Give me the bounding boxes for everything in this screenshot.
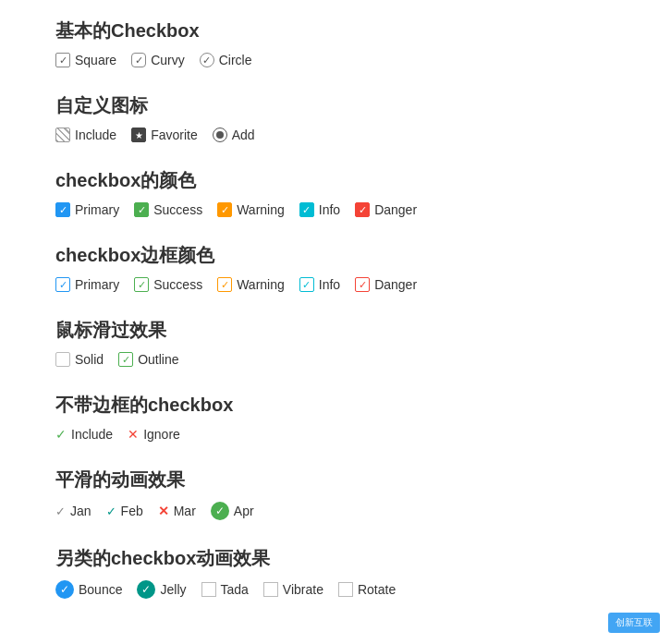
row-checkbox-color: ✓ Primary ✓ Success ✓ Warning ✓ Info ✓ D…: [55, 202, 616, 217]
cb-label-outline: Outline: [138, 352, 178, 367]
row-border-color: ✓ Primary ✓ Success ✓ Warning ✓ Info ✓ D…: [55, 277, 616, 292]
watermark: 创新互联: [608, 613, 660, 633]
title-other-animation: 另类的checkbox动画效果: [55, 546, 616, 571]
cb-nobox-ignore[interactable]: ✕ Ignore: [128, 427, 180, 442]
cb-warning[interactable]: ✓ Warning: [217, 202, 285, 217]
jan-check-icon: ✓: [55, 504, 66, 518]
jelly-circle-icon: ✓: [137, 580, 155, 599]
cb-label-jan: Jan: [70, 504, 92, 518]
cb-box-circle: ✓: [200, 53, 214, 67]
vibrate-empty-box: [263, 582, 278, 597]
radio-inner-dot: [216, 131, 224, 139]
cb-box-border-danger: ✓: [355, 277, 370, 292]
title-custom-icon: 自定义图标: [55, 93, 616, 118]
section-smooth-animation: 平滑的动画效果 ✓ Jan ✓ Feb ✕ Mar ✓ Apr: [55, 468, 616, 520]
cb-label-circle: Circle: [219, 53, 252, 67]
cb-primary[interactable]: ✓ Primary: [55, 202, 119, 217]
cb-label-curvy: Curvy: [151, 53, 185, 67]
row-basic-checkbox: ✓ Square ✓ Curvy ✓ Circle: [55, 53, 616, 67]
rotate-empty-box: [338, 582, 353, 597]
cb-circle[interactable]: ✓ Circle: [200, 53, 252, 67]
cb-label-rotate: Rotate: [358, 582, 396, 597]
bounce-circle-icon: ✓: [55, 580, 74, 599]
cb-add[interactable]: Add: [213, 128, 255, 142]
cb-outline[interactable]: ✓ Outline: [118, 352, 178, 367]
section-no-border: 不带边框的checkbox ✓ Include ✕ Ignore: [55, 393, 616, 442]
cb-nobox-include[interactable]: ✓ Include: [55, 427, 113, 442]
section-custom-icon: 自定义图标 Include ★ Favorite Add: [55, 93, 616, 142]
section-basic-checkbox: 基本的Checkbox ✓ Square ✓ Curvy ✓ Circle: [55, 18, 616, 67]
cb-label-danger: Danger: [374, 202, 417, 217]
cb-label-mar: Mar: [174, 504, 196, 518]
cb-apr[interactable]: ✓ Apr: [211, 502, 254, 520]
cb-border-primary[interactable]: ✓ Primary: [55, 277, 119, 292]
cb-curvy[interactable]: ✓ Curvy: [131, 53, 185, 67]
row-other-animation: ✓ Bounce ✓ Jelly Tada Vibrate Rotate: [55, 580, 616, 599]
cb-label-square: Square: [75, 53, 116, 67]
cb-label-border-info: Info: [319, 277, 340, 292]
cb-bounce[interactable]: ✓ Bounce: [55, 580, 122, 599]
cb-border-success[interactable]: ✓ Success: [134, 277, 202, 292]
cb-box-border-success: ✓: [134, 277, 149, 292]
cb-box-curvy: ✓: [131, 53, 146, 67]
mar-cross-icon: ✕: [158, 504, 169, 518]
tada-empty-box: [201, 582, 216, 597]
cb-border-warning[interactable]: ✓ Warning: [217, 277, 285, 292]
section-other-animation: 另类的checkbox动画效果 ✓ Bounce ✓ Jelly Tada Vi…: [55, 546, 616, 599]
cb-label-nobox-include: Include: [71, 427, 113, 442]
cb-box-border-primary: ✓: [55, 277, 70, 292]
cb-box-warning: ✓: [217, 202, 232, 217]
cb-box-danger: ✓: [355, 202, 370, 217]
cb-border-danger[interactable]: ✓ Danger: [355, 277, 417, 292]
row-smooth-animation: ✓ Jan ✓ Feb ✕ Mar ✓ Apr: [55, 502, 616, 520]
cb-box-info: ✓: [299, 202, 314, 217]
cb-label-vibrate: Vibrate: [283, 582, 323, 597]
cb-mar[interactable]: ✕ Mar: [158, 504, 196, 518]
cb-label-tada: Tada: [221, 582, 249, 597]
cb-label-jelly: Jelly: [160, 582, 186, 597]
cb-include[interactable]: Include: [55, 128, 116, 142]
apr-circle-icon: ✓: [211, 502, 229, 520]
cb-label-feb: Feb: [121, 504, 143, 518]
cb-label-favorite: Favorite: [151, 128, 198, 142]
title-basic-checkbox: 基本的Checkbox: [55, 18, 616, 43]
row-hover-effect: Solid ✓ Outline: [55, 352, 616, 367]
cb-vibrate[interactable]: Vibrate: [263, 582, 323, 597]
cb-label-warning: Warning: [237, 202, 285, 217]
cb-box-include: [55, 128, 70, 142]
cb-jelly[interactable]: ✓ Jelly: [137, 580, 186, 599]
cb-square[interactable]: ✓ Square: [55, 53, 116, 67]
cb-box-outline: ✓: [118, 352, 133, 367]
cb-favorite[interactable]: ★ Favorite: [131, 128, 198, 142]
nobox-check-icon: ✓: [55, 427, 67, 442]
cb-box-square: ✓: [55, 53, 70, 67]
cb-label-border-success: Success: [153, 277, 202, 292]
cb-box-solid: [55, 352, 70, 367]
cb-box-primary: ✓: [55, 202, 70, 217]
cb-border-info[interactable]: ✓ Info: [299, 277, 340, 292]
title-border-color: checkbox边框颜色: [55, 243, 616, 268]
section-border-color: checkbox边框颜色 ✓ Primary ✓ Success ✓ Warni…: [55, 243, 616, 292]
cb-label-bounce: Bounce: [79, 582, 122, 597]
cb-danger[interactable]: ✓ Danger: [355, 202, 417, 217]
cb-box-border-info: ✓: [299, 277, 314, 292]
nobox-cross-icon: ✕: [128, 427, 139, 442]
row-custom-icon: Include ★ Favorite Add: [55, 128, 616, 142]
cb-box-border-warning: ✓: [217, 277, 232, 292]
cb-feb[interactable]: ✓ Feb: [106, 504, 143, 518]
cb-box-success: ✓: [134, 202, 149, 217]
cb-label-solid: Solid: [75, 352, 104, 367]
cb-jan[interactable]: ✓ Jan: [55, 504, 92, 518]
cb-label-primary: Primary: [75, 202, 119, 217]
cb-success[interactable]: ✓ Success: [134, 202, 202, 217]
cb-label-border-primary: Primary: [75, 277, 119, 292]
cb-label-add: Add: [232, 128, 255, 142]
cb-box-favorite: ★: [131, 128, 146, 142]
cb-rotate[interactable]: Rotate: [338, 582, 396, 597]
cb-tada[interactable]: Tada: [201, 582, 249, 597]
cb-info[interactable]: ✓ Info: [299, 202, 340, 217]
title-checkbox-color: checkbox的颜色: [55, 168, 616, 193]
title-hover-effect: 鼠标滑过效果: [55, 318, 616, 343]
section-hover-effect: 鼠标滑过效果 Solid ✓ Outline: [55, 318, 616, 367]
cb-solid[interactable]: Solid: [55, 352, 104, 367]
